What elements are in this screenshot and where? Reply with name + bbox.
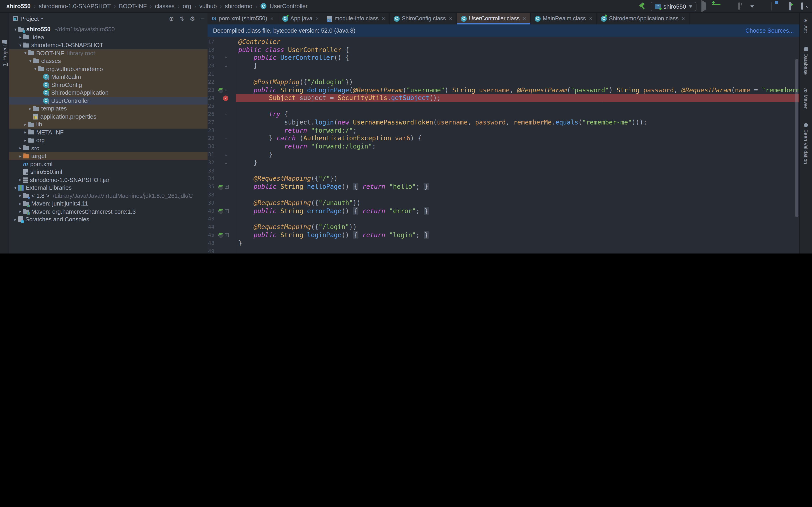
tree-item-maven-junit-junit-4-11[interactable]: ▸Maven: junit:junit:4.11 (9, 200, 208, 208)
sidebar-item-ant[interactable]: ✱Ant (803, 18, 809, 33)
editor-scrollbar[interactable] (795, 59, 798, 217)
code-line-18[interactable]: 18public class UserController { (208, 46, 799, 54)
tree-item--idea[interactable]: ▸.idea (9, 33, 208, 41)
tree-item-application-properties[interactable]: application.properties (9, 112, 208, 120)
close-icon[interactable]: × (449, 15, 452, 22)
code-line-31[interactable]: 31▵ } (208, 151, 799, 159)
tree-item-shirodemo-1-0-snapshot[interactable]: ▾shirodemo-1.0-SNAPSHOT (9, 41, 208, 49)
tree-item-mainrealm[interactable]: CMainRealm (9, 73, 208, 81)
sidebar-item-bean-validation[interactable]: Bean Validation (803, 123, 809, 164)
hide-panel-icon[interactable]: − (201, 15, 204, 22)
tree-chevron-icon[interactable]: ▸ (28, 106, 33, 111)
tree-chevron-icon[interactable]: ▸ (23, 130, 28, 135)
tab-mainrealm-class[interactable]: CMainRealm.class× (530, 13, 597, 24)
tree-chevron-icon[interactable]: ▸ (13, 217, 18, 222)
code-line-26[interactable]: 26▿ try { (208, 110, 799, 119)
breadcrumb-item[interactable]: org (183, 3, 191, 9)
debug-button[interactable] (714, 3, 721, 10)
code-line-34[interactable]: 34 @RequestMapping({"/"}) (208, 175, 799, 183)
breadcrumb-item[interactable]: shirodemo (225, 3, 252, 9)
tab-usercontroller-class[interactable]: CUserController.class× (457, 13, 530, 24)
line-number[interactable]: 33 (208, 167, 214, 175)
code-editor[interactable]: 1617@Controller18public class UserContro… (208, 37, 799, 253)
code-line-45[interactable]: 45+ public String loginPage() { return "… (208, 231, 799, 239)
tab-module-info-class[interactable]: module-info.class× (323, 13, 390, 24)
project-panel-header[interactable]: Project ▾ ⊕ ⇅ ⚙ − (9, 13, 208, 24)
tree-chevron-icon[interactable]: ▸ (18, 35, 23, 40)
tab-pom-xml-shiro550-[interactable]: mpom.xml (shiro550)× (208, 13, 278, 24)
close-icon[interactable]: × (682, 15, 685, 22)
sidebar-item-maven[interactable]: mMaven (803, 88, 809, 110)
tab-app-java[interactable]: CApp.java× (278, 13, 323, 24)
project-structure-icon[interactable] (777, 3, 784, 10)
coverage-button[interactable] (726, 3, 733, 10)
tree-chevron-icon[interactable]: ▾ (33, 67, 38, 71)
run-anything-icon[interactable] (789, 3, 796, 10)
stop-button[interactable] (759, 3, 766, 10)
tree-item-src[interactable]: ▸src (9, 144, 208, 152)
code-line-49[interactable]: 49 (208, 247, 799, 253)
line-number[interactable]: 43 (208, 215, 214, 223)
breadcrumb-item[interactable]: classes (155, 3, 175, 9)
code-line-21[interactable]: 21 (208, 70, 799, 78)
tree-item-shirodemo-1-0-snapshot-jar[interactable]: ▸shirodemo-1.0-SNAPSHOT.jar (9, 176, 208, 184)
tree-item-scratches-and-consoles[interactable]: ▸Scratches and Consoles (9, 216, 208, 223)
code-line-22[interactable]: 22 @PostMapping({"/doLogin"}) (208, 78, 799, 87)
tree-chevron-icon[interactable]: ▸ (18, 146, 23, 151)
breadcrumb-item[interactable]: shiro550 (6, 3, 31, 9)
line-number[interactable]: 21 (208, 70, 214, 78)
line-number[interactable]: 38 (208, 191, 214, 199)
tree-chevron-icon[interactable]: ▸ (18, 193, 23, 198)
code-line-38[interactable]: 38 (208, 191, 799, 199)
search-everywhere-icon[interactable] (801, 3, 808, 10)
tree-item-org[interactable]: ▸org (9, 136, 208, 144)
choose-sources-link[interactable]: Choose Sources... (745, 27, 794, 34)
code-line-48[interactable]: 48} (208, 239, 799, 247)
code-line-25[interactable]: 25 (208, 102, 799, 110)
code-line-39[interactable]: 39 @RequestMapping({"/unauth"}) (208, 199, 799, 207)
collapse-all-icon[interactable]: ⇅ (180, 15, 185, 22)
build-hammer-icon[interactable] (639, 3, 646, 10)
tree-item-target[interactable]: ▸target (9, 152, 208, 160)
line-number[interactable]: 49 (208, 247, 214, 253)
code-line-33[interactable]: 33 (208, 167, 799, 175)
code-line-44[interactable]: 44 @RequestMapping({"/login"}) (208, 223, 799, 231)
breadcrumb-item[interactable]: shirodemo-1.0-SNAPSHOT (39, 3, 111, 9)
code-line-19[interactable]: 19▿ public UserController() { (208, 54, 799, 62)
tree-chevron-icon[interactable]: ▾ (13, 186, 18, 190)
code-line-35[interactable]: 35+ public String helloPage() { return "… (208, 183, 799, 191)
sidebar-item-project[interactable]: 1: Project (0, 26, 9, 66)
tree-chevron-icon[interactable]: ▾ (13, 27, 18, 32)
tree-item-meta-inf[interactable]: ▸META-INF (9, 128, 208, 136)
code-line-24[interactable]: 24✓ Subject subject = SecurityUtils.getS… (208, 94, 799, 103)
profiler-button[interactable] (738, 3, 745, 10)
run-button[interactable] (701, 3, 709, 10)
chevron-down-icon[interactable]: ▾ (41, 16, 43, 21)
code-line-30[interactable]: 30 return "forward:/login"; (208, 143, 799, 151)
code-line-28[interactable]: 28 return "forward:/"; (208, 126, 799, 135)
tree-item--1-8-[interactable]: ▸< 1.8 >/Library/Java/JavaVirtualMachine… (9, 192, 208, 200)
breadcrumb-item[interactable]: UserController (270, 3, 308, 9)
tree-item-pom-xml[interactable]: mpom.xml (9, 160, 208, 168)
tree-item-boot-inf[interactable]: ▾BOOT-INFlibrary root (9, 49, 208, 57)
profiler-chevron-icon[interactable] (750, 5, 754, 7)
code-line-32[interactable]: 32▵ } (208, 159, 799, 167)
tree-item-org-vulhub-shirodemo[interactable]: ▾org.vulhub.shirodemo (9, 65, 208, 73)
code-line-20[interactable]: 20▵ } (208, 62, 799, 70)
tab-shiroconfig-class[interactable]: CShiroConfig.class× (390, 13, 457, 24)
close-icon[interactable]: × (589, 15, 592, 22)
gear-icon[interactable]: ⚙ (190, 15, 195, 22)
tab-shirodemoapplication-class[interactable]: CShirodemoApplication.class× (597, 13, 690, 24)
breadcrumb-item[interactable]: BOOT-INF (119, 3, 147, 9)
tree-chevron-icon[interactable]: ▸ (18, 209, 23, 214)
code-line-23[interactable]: 23▿ public String doLoginPage(@RequestPa… (208, 86, 799, 94)
code-line-43[interactable]: 43 (208, 215, 799, 223)
line-number[interactable]: 25 (208, 102, 214, 110)
tree-item-shiro550[interactable]: ▾shiro550~/d4m1ts/java/shiro550 (9, 25, 208, 33)
tree-chevron-icon[interactable]: ▸ (23, 122, 28, 127)
tree-item-external-libraries[interactable]: ▾External Libraries (9, 184, 208, 192)
tree-item-shirodemoapplication[interactable]: CShirodemoApplication (9, 89, 208, 97)
tree-item-shiro550-iml[interactable]: shiro550.iml (9, 168, 208, 176)
code-line-29[interactable]: 29▿ } catch (AuthenticationException var… (208, 135, 799, 143)
run-configuration-select[interactable]: shiro550 (651, 2, 697, 11)
